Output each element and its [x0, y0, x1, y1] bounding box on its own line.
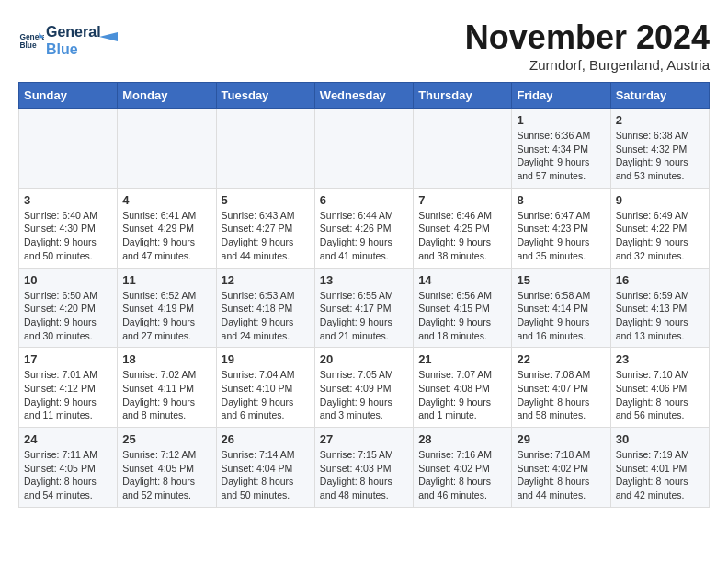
day-info: Sunrise: 7:14 AM Sunset: 4:04 PM Dayligh… [222, 448, 310, 502]
day-number: 26 [222, 432, 310, 446]
calendar-cell [414, 109, 512, 189]
calendar-cell [118, 109, 216, 189]
day-number: 7 [418, 193, 506, 207]
calendar-cell: 28Sunrise: 7:16 AM Sunset: 4:02 PM Dayli… [414, 428, 512, 508]
header-tuesday: Tuesday [216, 83, 314, 109]
day-number: 6 [320, 193, 408, 207]
calendar-cell: 30Sunrise: 7:19 AM Sunset: 4:01 PM Dayli… [610, 428, 709, 508]
day-number: 25 [122, 432, 210, 446]
day-info: Sunrise: 6:43 AM Sunset: 4:27 PM Dayligh… [222, 209, 310, 263]
week-row-4: 17Sunrise: 7:01 AM Sunset: 4:12 PM Dayli… [19, 348, 710, 428]
day-info: Sunrise: 6:58 AM Sunset: 4:14 PM Dayligh… [517, 289, 605, 343]
day-number: 17 [24, 352, 112, 366]
day-info: Sunrise: 6:41 AM Sunset: 4:29 PM Dayligh… [122, 209, 210, 263]
day-info: Sunrise: 7:11 AM Sunset: 4:05 PM Dayligh… [24, 448, 112, 502]
day-info: Sunrise: 6:59 AM Sunset: 4:13 PM Dayligh… [616, 289, 704, 343]
day-info: Sunrise: 7:15 AM Sunset: 4:03 PM Dayligh… [320, 448, 408, 502]
day-number: 3 [24, 193, 112, 207]
calendar-cell: 9Sunrise: 6:49 AM Sunset: 4:22 PM Daylig… [610, 188, 709, 268]
calendar-cell: 1Sunrise: 6:36 AM Sunset: 4:34 PM Daylig… [512, 109, 610, 189]
calendar-cell: 24Sunrise: 7:11 AM Sunset: 4:05 PM Dayli… [19, 428, 118, 508]
day-info: Sunrise: 6:36 AM Sunset: 4:34 PM Dayligh… [517, 129, 605, 183]
logo-flag-icon [99, 28, 118, 46]
header-wednesday: Wednesday [314, 83, 413, 109]
day-info: Sunrise: 7:19 AM Sunset: 4:01 PM Dayligh… [616, 448, 704, 502]
day-number: 12 [222, 273, 310, 287]
day-info: Sunrise: 7:08 AM Sunset: 4:07 PM Dayligh… [517, 368, 605, 422]
calendar-cell: 25Sunrise: 7:12 AM Sunset: 4:05 PM Dayli… [118, 428, 216, 508]
calendar-cell: 3Sunrise: 6:40 AM Sunset: 4:30 PM Daylig… [19, 188, 118, 268]
month-title: November 2024 [465, 18, 710, 57]
calendar-cell: 14Sunrise: 6:56 AM Sunset: 4:15 PM Dayli… [414, 268, 512, 348]
day-info: Sunrise: 6:47 AM Sunset: 4:23 PM Dayligh… [517, 209, 605, 263]
week-row-3: 10Sunrise: 6:50 AM Sunset: 4:20 PM Dayli… [19, 268, 710, 348]
header-saturday: Saturday [610, 83, 709, 109]
day-number: 27 [320, 432, 408, 446]
day-info: Sunrise: 7:12 AM Sunset: 4:05 PM Dayligh… [122, 448, 210, 502]
day-number: 5 [222, 193, 310, 207]
day-info: Sunrise: 7:10 AM Sunset: 4:06 PM Dayligh… [616, 368, 704, 422]
svg-marker-3 [99, 32, 118, 41]
calendar-cell [19, 109, 118, 189]
week-row-2: 3Sunrise: 6:40 AM Sunset: 4:30 PM Daylig… [19, 188, 710, 268]
calendar-cell: 12Sunrise: 6:53 AM Sunset: 4:18 PM Dayli… [216, 268, 314, 348]
day-info: Sunrise: 7:01 AM Sunset: 4:12 PM Dayligh… [24, 368, 112, 422]
calendar-cell [314, 109, 413, 189]
calendar-cell: 29Sunrise: 7:18 AM Sunset: 4:02 PM Dayli… [512, 428, 610, 508]
calendar-body: 1Sunrise: 6:36 AM Sunset: 4:34 PM Daylig… [19, 109, 710, 508]
day-number: 8 [517, 193, 605, 207]
day-number: 13 [320, 273, 408, 287]
calendar-cell: 21Sunrise: 7:07 AM Sunset: 4:08 PM Dayli… [414, 348, 512, 428]
logo: General Blue General Blue [18, 23, 118, 58]
calendar-cell: 2Sunrise: 6:38 AM Sunset: 4:32 PM Daylig… [610, 109, 709, 189]
calendar-header: SundayMondayTuesdayWednesdayThursdayFrid… [19, 83, 710, 109]
calendar-cell: 10Sunrise: 6:50 AM Sunset: 4:20 PM Dayli… [19, 268, 118, 348]
calendar-table: SundayMondayTuesdayWednesdayThursdayFrid… [18, 82, 710, 508]
header-monday: Monday [118, 83, 216, 109]
day-info: Sunrise: 7:05 AM Sunset: 4:09 PM Dayligh… [320, 368, 408, 422]
day-number: 23 [616, 352, 704, 366]
svg-text:Blue: Blue [19, 41, 36, 51]
day-number: 22 [517, 352, 605, 366]
day-number: 20 [320, 352, 408, 366]
day-info: Sunrise: 6:44 AM Sunset: 4:26 PM Dayligh… [320, 209, 408, 263]
day-info: Sunrise: 7:07 AM Sunset: 4:08 PM Dayligh… [418, 368, 506, 422]
day-number: 2 [616, 113, 704, 127]
week-row-1: 1Sunrise: 6:36 AM Sunset: 4:34 PM Daylig… [19, 109, 710, 189]
day-info: Sunrise: 7:16 AM Sunset: 4:02 PM Dayligh… [418, 448, 506, 502]
calendar-cell: 8Sunrise: 6:47 AM Sunset: 4:23 PM Daylig… [512, 188, 610, 268]
day-info: Sunrise: 6:40 AM Sunset: 4:30 PM Dayligh… [24, 209, 112, 263]
day-number: 9 [616, 193, 704, 207]
day-number: 24 [24, 432, 112, 446]
day-info: Sunrise: 6:52 AM Sunset: 4:19 PM Dayligh… [122, 289, 210, 343]
calendar-cell: 18Sunrise: 7:02 AM Sunset: 4:11 PM Dayli… [118, 348, 216, 428]
logo-icon: General Blue [18, 28, 44, 53]
day-info: Sunrise: 6:53 AM Sunset: 4:18 PM Dayligh… [222, 289, 310, 343]
day-number: 30 [616, 432, 704, 446]
calendar-cell: 17Sunrise: 7:01 AM Sunset: 4:12 PM Dayli… [19, 348, 118, 428]
header-row: SundayMondayTuesdayWednesdayThursdayFrid… [19, 83, 710, 109]
title-block: November 2024 Zurndorf, Burgenland, Aust… [465, 18, 710, 73]
calendar-cell: 27Sunrise: 7:15 AM Sunset: 4:03 PM Dayli… [314, 428, 413, 508]
day-number: 28 [418, 432, 506, 446]
day-number: 29 [517, 432, 605, 446]
header-thursday: Thursday [414, 83, 512, 109]
day-number: 19 [222, 352, 310, 366]
week-row-5: 24Sunrise: 7:11 AM Sunset: 4:05 PM Dayli… [19, 428, 710, 508]
calendar-cell: 4Sunrise: 6:41 AM Sunset: 4:29 PM Daylig… [118, 188, 216, 268]
calendar-cell: 13Sunrise: 6:55 AM Sunset: 4:17 PM Dayli… [314, 268, 413, 348]
day-number: 14 [418, 273, 506, 287]
day-number: 16 [616, 273, 704, 287]
calendar-cell: 5Sunrise: 6:43 AM Sunset: 4:27 PM Daylig… [216, 188, 314, 268]
calendar-cell: 11Sunrise: 6:52 AM Sunset: 4:19 PM Dayli… [118, 268, 216, 348]
location-subtitle: Zurndorf, Burgenland, Austria [465, 57, 710, 73]
day-info: Sunrise: 6:56 AM Sunset: 4:15 PM Dayligh… [418, 289, 506, 343]
calendar-cell: 7Sunrise: 6:46 AM Sunset: 4:25 PM Daylig… [414, 188, 512, 268]
calendar-cell: 16Sunrise: 6:59 AM Sunset: 4:13 PM Dayli… [610, 268, 709, 348]
day-number: 4 [122, 193, 210, 207]
day-number: 1 [517, 113, 605, 127]
day-info: Sunrise: 6:50 AM Sunset: 4:20 PM Dayligh… [24, 289, 112, 343]
day-info: Sunrise: 6:49 AM Sunset: 4:22 PM Dayligh… [616, 209, 704, 263]
calendar-cell: 19Sunrise: 7:04 AM Sunset: 4:10 PM Dayli… [216, 348, 314, 428]
calendar-cell: 20Sunrise: 7:05 AM Sunset: 4:09 PM Dayli… [314, 348, 413, 428]
